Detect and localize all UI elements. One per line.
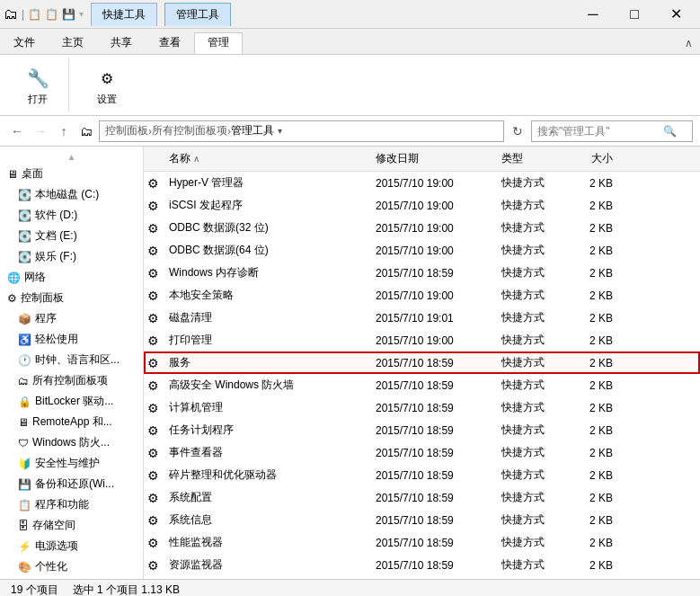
sidebar-item-drive-c[interactable]: 💽 本地磁盘 (C:) [0,184,143,205]
sidebar-item-firewall[interactable]: 🛡 Windows 防火... [0,432,143,453]
file-type: 快捷方式 [494,173,566,192]
main-area: ▲ 🖥 桌面 💽 本地磁盘 (C:) 💽 软件 (D:) 💽 文档 (E:) 💽… [0,147,700,579]
table-row[interactable]: ⚙ODBC 数据源(64 位)2015/7/10 19:00快捷方式2 KB [144,239,700,262]
sidebar-item-programs2[interactable]: 📋 程序和功能 [0,494,143,515]
sidebar-item-network[interactable]: 🌐 网络 [0,267,143,288]
security-icon: 🔰 [18,458,31,470]
search-input[interactable] [537,125,663,138]
ribbon-btn-settings[interactable]: ⚙ 设置 [87,60,127,110]
sidebar-item-remote[interactable]: 🖥 RemoteApp 和... [0,412,143,432]
sidebar-item-clock[interactable]: 🕐 时钟、语言和区... [0,350,143,370]
table-row[interactable]: ⚙系统信息2015/7/10 18:59快捷方式2 KB [144,509,700,531]
table-row[interactable]: ⚙Hyper-V 管理器2015/7/10 19:00快捷方式2 KB [144,172,700,194]
table-row[interactable]: ⚙磁盘清理2015/7/10 19:01快捷方式2 KB [144,307,700,329]
file-icon-cell: ⚙ [144,244,162,258]
drive-d-icon: 💽 [18,209,31,222]
file-size: 2 KB [566,333,620,349]
file-date: 2015/7/10 18:59 [368,490,494,506]
network-icon: 🌐 [7,271,21,284]
ribbon-btn-open[interactable]: 🔧 打开 [18,60,58,110]
sidebar-item-workfolder[interactable]: 📁 工作文件夹 [0,577,143,579]
file-name: 服务 [162,353,368,372]
file-type: 快捷方式 [494,263,566,282]
table-row[interactable]: ⚙事件查看器2015/7/10 18:59快捷方式2 KB [144,441,700,464]
forward-button[interactable]: → [31,121,50,141]
personal-icon: 🎨 [18,561,31,574]
file-name: 计算机管理 [162,398,368,417]
back-button[interactable]: ← [7,121,27,141]
ribbon-tab-manage[interactable]: 管理 [194,32,243,54]
table-row[interactable]: ⚙ODBC 数据源(32 位)2015/7/10 19:00快捷方式2 KB [144,217,700,239]
file-list: ⚙Hyper-V 管理器2015/7/10 19:00快捷方式2 KB⚙iSCS… [144,172,700,579]
file-type: 快捷方式 [494,241,566,260]
close-button[interactable]: ✕ [655,0,696,29]
file-size: 2 KB [566,288,620,304]
up-button[interactable]: ↑ [54,121,74,141]
file-type: 快捷方式 [494,578,566,579]
file-name: Windows 内存诊断 [162,263,368,282]
sidebar-item-bitlocker[interactable]: 🔒 BitLocker 驱动... [0,391,143,412]
table-row[interactable]: ⚙碎片整理和优化驱动器2015/7/10 18:59快捷方式2 KB [144,464,700,486]
sidebar-item-storage[interactable]: 🗄 存储空间 [0,515,143,536]
sidebar-item-drive-f[interactable]: 💽 娱乐 (F:) [0,246,143,267]
ribbon-tab-file[interactable]: 文件 [0,32,49,54]
col-header-name[interactable]: 名称 ∧ [162,149,368,168]
table-row[interactable]: ⚙计算机管理2015/7/10 18:59快捷方式2 KB [144,396,700,419]
sidebar-item-controlpanel[interactable]: ⚙ 控制面板 [0,288,143,308]
file-icon-cell: ⚙ [144,176,162,191]
table-row[interactable]: ⚙系统配置2015/7/10 18:59快捷方式2 KB [144,486,700,509]
table-row[interactable]: ⚙打印管理2015/7/10 19:00快捷方式2 KB [144,329,700,351]
sidebar-item-security[interactable]: 🔰 安全性与维护 [0,453,143,474]
title-bar: 🗂 | 📋 📋 💾 ▾ 快捷工具 管理工具 ─ □ ✕ [0,0,700,29]
file-icon-cell: ⚙ [144,199,162,213]
ribbon-collapse-button[interactable]: ∧ [685,32,700,54]
sidebar-item-personal[interactable]: 🎨 个性化 [0,556,143,577]
sidebar-scroll-up[interactable]: ▲ [0,150,143,164]
table-row[interactable]: ⚙任务计划程序2015/7/10 18:59快捷方式2 KB [144,419,700,441]
sidebar-item-ease[interactable]: ♿ 轻松使用 [0,329,143,350]
col-header-type[interactable]: 类型 [494,149,566,168]
sidebar-item-power[interactable]: ⚡ 电源选项 [0,536,143,556]
bitlocker-icon: 🔒 [18,396,31,408]
table-row[interactable]: ⚙组件服务2015/7/10 18:59快捷方式2 KB [144,576,700,579]
col-header-date[interactable]: 修改日期 [368,149,494,168]
minimize-button[interactable]: ─ [572,0,614,29]
desktop-icon: 🖥 [7,168,18,181]
table-row[interactable]: ⚙iSCSI 发起程序2015/7/10 19:00快捷方式2 KB [144,194,700,217]
file-type: 快捷方式 [494,533,566,552]
table-row[interactable]: ⚙资源监视器2015/7/10 18:59快捷方式2 KB [144,554,700,576]
title-tab-admin[interactable]: 管理工具 [164,3,231,26]
ribbon-tab-view[interactable]: 查看 [146,32,194,54]
file-date: 2015/7/10 18:59 [368,265,494,281]
sidebar-item-drive-e[interactable]: 💽 文档 (E:) [0,226,143,246]
ribbon-group-settings: ⚙ 设置 [76,58,137,111]
settings-icon: ⚙ [93,64,121,93]
sidebar-item-allitems[interactable]: 🗂 所有控制面板项 [0,370,143,391]
backup-icon: 💾 [18,478,31,491]
table-row[interactable]: ⚙服务2015/7/10 18:59快捷方式2 KB [144,351,700,374]
address-path[interactable]: 控制面板 › 所有控制面板项 › 管理工具 ▾ [99,120,504,142]
sidebar-item-desktop[interactable]: 🖥 桌面 [0,164,143,184]
ribbon-tab-home[interactable]: 主页 [49,32,97,54]
table-row[interactable]: ⚙本地安全策略2015/7/10 19:00快捷方式2 KB [144,284,700,307]
file-icon-cell: ⚙ [144,311,162,325]
table-row[interactable]: ⚙高级安全 Windows 防火墙2015/7/10 18:59快捷方式2 KB [144,374,700,396]
col-header-size[interactable]: 大小 [566,149,620,168]
sidebar-item-drive-d[interactable]: 💽 软件 (D:) [0,205,143,226]
sidebar-item-programs[interactable]: 📦 程序 [0,308,143,329]
table-row[interactable]: ⚙Windows 内存诊断2015/7/10 18:59快捷方式2 KB [144,262,700,284]
sidebar-item-backup[interactable]: 💾 备份和还原(Wi... [0,474,143,494]
table-row[interactable]: ⚙性能监视器2015/7/10 18:59快捷方式2 KB [144,531,700,554]
file-name: 资源监视器 [162,556,368,574]
file-type: 快捷方式 [494,353,566,372]
title-bar-icons: 🗂 | 📋 📋 💾 ▾ [4,6,84,22]
file-name: 性能监视器 [162,533,368,552]
file-name: iSCSI 发起程序 [162,196,368,215]
refresh-button[interactable]: ↻ [508,121,527,141]
search-box[interactable]: 🔍 [531,120,693,142]
ribbon-content: 🔧 打开 ⚙ 设置 [0,54,700,115]
ribbon-tab-share[interactable]: 共享 [97,32,146,54]
maximize-button[interactable]: □ [614,0,655,29]
file-name: ODBC 数据源(64 位) [162,241,368,260]
title-tab-quick[interactable]: 快捷工具 [91,3,157,26]
